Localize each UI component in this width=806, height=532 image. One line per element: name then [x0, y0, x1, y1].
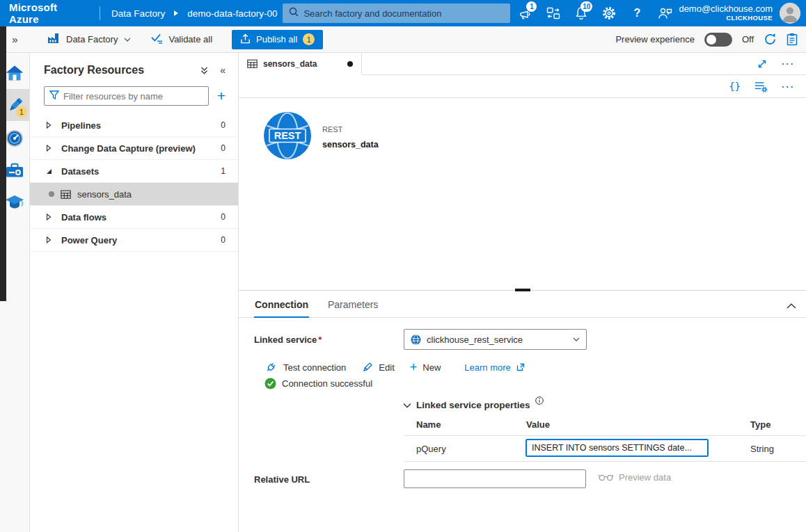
info-icon[interactable] [535, 396, 544, 407]
chevron-down-icon [403, 403, 411, 408]
tab-label: sensors_data [263, 59, 342, 69]
notifications-badge: 10 [580, 1, 592, 12]
plug-icon [264, 361, 278, 373]
tree-item-label: sensors_data [77, 189, 132, 200]
avatar[interactable] [780, 3, 800, 24]
feedback-person-icon[interactable] [651, 0, 679, 26]
expand-canvas-icon[interactable] [757, 58, 768, 70]
notifications-bell-icon[interactable]: 10 [567, 0, 595, 26]
linked-service-properties-toggle[interactable]: Linked service properties [403, 400, 544, 410]
properties-list-icon[interactable] [754, 81, 768, 92]
resources-tree: Pipelines 0 Change Data Capture (preview… [30, 114, 238, 252]
collapse-properties-icon[interactable] [787, 299, 796, 312]
linked-service-dropdown[interactable]: clickhouse_rest_service [404, 329, 587, 350]
factory-icon [47, 33, 60, 46]
breadcrumb: Data Factory demo-data-factory-00 [111, 8, 277, 19]
chevron-down-icon [573, 337, 580, 341]
preview-experience-toggle[interactable] [704, 33, 732, 47]
unsaved-dot-icon [347, 61, 353, 67]
chevron-right-icon[interactable] [46, 122, 61, 129]
chevron-expanded-icon[interactable] [46, 168, 61, 175]
switch-context-icon[interactable] [539, 0, 567, 26]
dataset-toolbar: {} ··· [239, 75, 806, 98]
collapse-panel-icon[interactable]: « [220, 65, 226, 76]
property-name-cell: pQuery [416, 444, 446, 454]
bullet-dot-icon [49, 191, 54, 197]
breadcrumb-item[interactable]: demo-data-factory-00 [187, 8, 277, 19]
user-email: demo@clickhouse.com [679, 4, 773, 15]
body: 1 Factory Resources « [0, 53, 806, 532]
azure-data-factory-window: Microsoft Azure Data Factory demo-data-f… [0, 0, 806, 532]
property-value-input[interactable] [526, 439, 709, 457]
code-view-icon[interactable]: {} [729, 81, 741, 91]
chevron-right-icon[interactable] [46, 213, 61, 220]
collapse-all-icon[interactable] [200, 66, 209, 75]
chevron-right-icon[interactable] [46, 236, 61, 243]
properties-panel: Connection Parameters Linked service* [239, 290, 806, 532]
preview-data-button[interactable]: Preview data [599, 472, 671, 483]
publish-icon [240, 33, 251, 46]
search-input[interactable] [303, 8, 504, 19]
rest-globe-icon: REST [263, 111, 312, 160]
linked-service-properties-title: Linked service properties [416, 400, 530, 410]
canvas-area: sensors_data ··· {} ··· [239, 53, 806, 532]
tab-connection[interactable]: Connection [254, 299, 309, 318]
publish-all-button[interactable]: Publish all 1 [232, 30, 323, 49]
learn-more-link[interactable]: Learn more [464, 362, 524, 373]
refresh-icon[interactable] [764, 33, 777, 46]
tree-item-count: 0 [221, 120, 226, 130]
linked-service-value: clickhouse_rest_service [427, 334, 567, 345]
test-connection-label: Test connection [283, 362, 346, 373]
tree-item-label: Pipelines [61, 120, 221, 131]
connection-tab-content: Linked service* clickhouse_rest_service [239, 318, 806, 532]
feedback-clipboard-icon[interactable] [787, 33, 798, 46]
tree-item-datasets[interactable]: Datasets 1 [30, 160, 238, 183]
topbar-icons: 1 10 ? [512, 0, 679, 26]
tree-item-sensors-data-selected[interactable]: sensors_data [30, 183, 238, 206]
relative-url-input[interactable] [404, 469, 586, 488]
new-button[interactable]: + New [410, 361, 441, 373]
chevron-right-icon[interactable] [46, 145, 61, 152]
column-header-name: Name [416, 419, 441, 430]
toggle-knob [706, 35, 716, 45]
glasses-icon [599, 474, 613, 481]
tree-item-power-query[interactable]: Power Query 0 [30, 229, 238, 252]
filter-resources-input[interactable] [63, 91, 203, 102]
validate-icon [150, 33, 163, 46]
breadcrumb-caret-icon [173, 10, 179, 17]
user-org: CLICKHOUSE [679, 15, 773, 22]
tree-item-count: 0 [221, 143, 226, 153]
factory-menu[interactable]: Data Factory [30, 33, 141, 46]
global-search[interactable] [283, 3, 510, 23]
left-scrollbar-strip[interactable] [0, 26, 6, 301]
edit-button[interactable]: Edit [361, 362, 394, 373]
announcements-badge: 1 [526, 1, 537, 12]
help-icon[interactable]: ? [623, 0, 651, 26]
filter-resources-box[interactable] [44, 86, 209, 106]
publish-all-label: Publish all [256, 34, 297, 45]
dataset-table-icon [61, 190, 71, 199]
chevron-down-icon [124, 38, 131, 42]
tree-item-data-flows[interactable]: Data flows 0 [30, 206, 238, 229]
tab-parameters[interactable]: Parameters [327, 299, 379, 318]
dataset-table-icon [247, 59, 258, 68]
validate-all-button[interactable]: Validate all [141, 33, 222, 46]
tree-item-change-data-capture[interactable]: Change Data Capture (preview) 0 [30, 137, 238, 160]
rest-dataset-node[interactable]: REST REST sensors_data [263, 111, 379, 160]
filter-funnel-icon [49, 90, 59, 102]
test-connection-button[interactable]: Test connection [264, 361, 346, 373]
tab-sensors-data[interactable]: sensors_data [239, 53, 362, 74]
tree-item-pipelines[interactable]: Pipelines 0 [30, 114, 238, 137]
required-asterisk: * [318, 334, 322, 345]
settings-gear-icon[interactable] [595, 0, 623, 26]
panel-resize-handle[interactable] [515, 289, 530, 291]
linked-service-actions: Test connection Edit + New [264, 358, 525, 376]
announcements-icon[interactable]: 1 [512, 0, 539, 26]
breadcrumb-section[interactable]: Data Factory [111, 8, 165, 19]
user-info[interactable]: demo@clickhouse.com CLICKHOUSE [679, 4, 780, 22]
dataset-more-icon[interactable]: ··· [782, 82, 795, 91]
tab-more-icon[interactable]: ··· [782, 59, 795, 68]
add-resource-button[interactable]: + [217, 88, 226, 104]
factory-resources-panel: Factory Resources « + Pipelines [30, 53, 239, 532]
azure-brand[interactable]: Microsoft Azure [0, 1, 100, 25]
